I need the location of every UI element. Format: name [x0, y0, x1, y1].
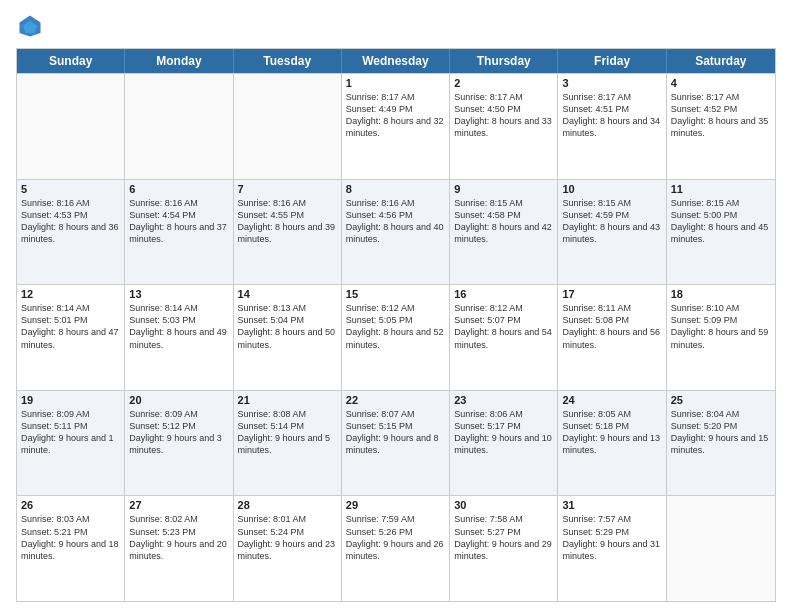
- cal-cell: [17, 74, 125, 179]
- logo: [16, 12, 48, 40]
- cell-info: Sunrise: 7:58 AM Sunset: 5:27 PM Dayligh…: [454, 513, 553, 562]
- day-number: 19: [21, 394, 120, 406]
- cal-cell: 16Sunrise: 8:12 AM Sunset: 5:07 PM Dayli…: [450, 285, 558, 390]
- day-number: 13: [129, 288, 228, 300]
- cell-info: Sunrise: 8:02 AM Sunset: 5:23 PM Dayligh…: [129, 513, 228, 562]
- cell-info: Sunrise: 8:14 AM Sunset: 5:03 PM Dayligh…: [129, 302, 228, 351]
- cal-cell: 20Sunrise: 8:09 AM Sunset: 5:12 PM Dayli…: [125, 391, 233, 496]
- day-number: 10: [562, 183, 661, 195]
- cell-info: Sunrise: 8:09 AM Sunset: 5:12 PM Dayligh…: [129, 408, 228, 457]
- cal-header-day: Wednesday: [342, 49, 450, 73]
- cell-info: Sunrise: 8:16 AM Sunset: 4:53 PM Dayligh…: [21, 197, 120, 246]
- day-number: 2: [454, 77, 553, 89]
- cell-info: Sunrise: 8:08 AM Sunset: 5:14 PM Dayligh…: [238, 408, 337, 457]
- day-number: 23: [454, 394, 553, 406]
- cell-info: Sunrise: 8:06 AM Sunset: 5:17 PM Dayligh…: [454, 408, 553, 457]
- day-number: 4: [671, 77, 771, 89]
- calendar-body: 1Sunrise: 8:17 AM Sunset: 4:49 PM Daylig…: [17, 73, 775, 601]
- calendar-header: SundayMondayTuesdayWednesdayThursdayFrid…: [17, 49, 775, 73]
- cell-info: Sunrise: 8:17 AM Sunset: 4:52 PM Dayligh…: [671, 91, 771, 140]
- day-number: 25: [671, 394, 771, 406]
- cal-cell: 28Sunrise: 8:01 AM Sunset: 5:24 PM Dayli…: [234, 496, 342, 601]
- cell-info: Sunrise: 8:17 AM Sunset: 4:49 PM Dayligh…: [346, 91, 445, 140]
- cell-info: Sunrise: 8:10 AM Sunset: 5:09 PM Dayligh…: [671, 302, 771, 351]
- cal-row: 12Sunrise: 8:14 AM Sunset: 5:01 PM Dayli…: [17, 284, 775, 390]
- logo-icon: [16, 12, 44, 40]
- cell-info: Sunrise: 8:04 AM Sunset: 5:20 PM Dayligh…: [671, 408, 771, 457]
- day-number: 5: [21, 183, 120, 195]
- cal-cell: 21Sunrise: 8:08 AM Sunset: 5:14 PM Dayli…: [234, 391, 342, 496]
- cal-row: 19Sunrise: 8:09 AM Sunset: 5:11 PM Dayli…: [17, 390, 775, 496]
- cal-cell: 23Sunrise: 8:06 AM Sunset: 5:17 PM Dayli…: [450, 391, 558, 496]
- day-number: 27: [129, 499, 228, 511]
- cal-cell: 9Sunrise: 8:15 AM Sunset: 4:58 PM Daylig…: [450, 180, 558, 285]
- cell-info: Sunrise: 7:57 AM Sunset: 5:29 PM Dayligh…: [562, 513, 661, 562]
- cal-cell: 18Sunrise: 8:10 AM Sunset: 5:09 PM Dayli…: [667, 285, 775, 390]
- day-number: 1: [346, 77, 445, 89]
- cal-cell: 2Sunrise: 8:17 AM Sunset: 4:50 PM Daylig…: [450, 74, 558, 179]
- cal-cell: 13Sunrise: 8:14 AM Sunset: 5:03 PM Dayli…: [125, 285, 233, 390]
- cal-header-day: Friday: [558, 49, 666, 73]
- cell-info: Sunrise: 8:17 AM Sunset: 4:50 PM Dayligh…: [454, 91, 553, 140]
- cal-row: 1Sunrise: 8:17 AM Sunset: 4:49 PM Daylig…: [17, 73, 775, 179]
- cal-header-day: Thursday: [450, 49, 558, 73]
- cal-cell: 7Sunrise: 8:16 AM Sunset: 4:55 PM Daylig…: [234, 180, 342, 285]
- cal-cell: 17Sunrise: 8:11 AM Sunset: 5:08 PM Dayli…: [558, 285, 666, 390]
- cal-row: 26Sunrise: 8:03 AM Sunset: 5:21 PM Dayli…: [17, 495, 775, 601]
- cal-cell: 1Sunrise: 8:17 AM Sunset: 4:49 PM Daylig…: [342, 74, 450, 179]
- cal-cell: 22Sunrise: 8:07 AM Sunset: 5:15 PM Dayli…: [342, 391, 450, 496]
- cell-info: Sunrise: 8:15 AM Sunset: 5:00 PM Dayligh…: [671, 197, 771, 246]
- cal-row: 5Sunrise: 8:16 AM Sunset: 4:53 PM Daylig…: [17, 179, 775, 285]
- cal-header-day: Tuesday: [234, 49, 342, 73]
- cal-cell: 10Sunrise: 8:15 AM Sunset: 4:59 PM Dayli…: [558, 180, 666, 285]
- cell-info: Sunrise: 7:59 AM Sunset: 5:26 PM Dayligh…: [346, 513, 445, 562]
- cal-cell: 31Sunrise: 7:57 AM Sunset: 5:29 PM Dayli…: [558, 496, 666, 601]
- cal-cell: 6Sunrise: 8:16 AM Sunset: 4:54 PM Daylig…: [125, 180, 233, 285]
- cell-info: Sunrise: 8:16 AM Sunset: 4:54 PM Dayligh…: [129, 197, 228, 246]
- day-number: 14: [238, 288, 337, 300]
- day-number: 30: [454, 499, 553, 511]
- cell-info: Sunrise: 8:16 AM Sunset: 4:56 PM Dayligh…: [346, 197, 445, 246]
- day-number: 21: [238, 394, 337, 406]
- cell-info: Sunrise: 8:14 AM Sunset: 5:01 PM Dayligh…: [21, 302, 120, 351]
- cal-cell: 24Sunrise: 8:05 AM Sunset: 5:18 PM Dayli…: [558, 391, 666, 496]
- cal-cell: 12Sunrise: 8:14 AM Sunset: 5:01 PM Dayli…: [17, 285, 125, 390]
- cal-cell: 19Sunrise: 8:09 AM Sunset: 5:11 PM Dayli…: [17, 391, 125, 496]
- cal-cell: 29Sunrise: 7:59 AM Sunset: 5:26 PM Dayli…: [342, 496, 450, 601]
- header: [16, 12, 776, 40]
- day-number: 16: [454, 288, 553, 300]
- calendar: SundayMondayTuesdayWednesdayThursdayFrid…: [16, 48, 776, 602]
- cell-info: Sunrise: 8:15 AM Sunset: 4:59 PM Dayligh…: [562, 197, 661, 246]
- day-number: 29: [346, 499, 445, 511]
- cal-cell: 27Sunrise: 8:02 AM Sunset: 5:23 PM Dayli…: [125, 496, 233, 601]
- page: SundayMondayTuesdayWednesdayThursdayFrid…: [0, 0, 792, 612]
- day-number: 11: [671, 183, 771, 195]
- cal-cell: 14Sunrise: 8:13 AM Sunset: 5:04 PM Dayli…: [234, 285, 342, 390]
- cal-cell: 5Sunrise: 8:16 AM Sunset: 4:53 PM Daylig…: [17, 180, 125, 285]
- day-number: 8: [346, 183, 445, 195]
- cell-info: Sunrise: 8:01 AM Sunset: 5:24 PM Dayligh…: [238, 513, 337, 562]
- cal-cell: [125, 74, 233, 179]
- cal-cell: 26Sunrise: 8:03 AM Sunset: 5:21 PM Dayli…: [17, 496, 125, 601]
- cell-info: Sunrise: 8:16 AM Sunset: 4:55 PM Dayligh…: [238, 197, 337, 246]
- cal-cell: 3Sunrise: 8:17 AM Sunset: 4:51 PM Daylig…: [558, 74, 666, 179]
- day-number: 24: [562, 394, 661, 406]
- cell-info: Sunrise: 8:15 AM Sunset: 4:58 PM Dayligh…: [454, 197, 553, 246]
- cell-info: Sunrise: 8:17 AM Sunset: 4:51 PM Dayligh…: [562, 91, 661, 140]
- day-number: 7: [238, 183, 337, 195]
- cal-cell: [234, 74, 342, 179]
- cal-cell: 25Sunrise: 8:04 AM Sunset: 5:20 PM Dayli…: [667, 391, 775, 496]
- cal-cell: 8Sunrise: 8:16 AM Sunset: 4:56 PM Daylig…: [342, 180, 450, 285]
- cell-info: Sunrise: 8:09 AM Sunset: 5:11 PM Dayligh…: [21, 408, 120, 457]
- day-number: 28: [238, 499, 337, 511]
- cal-header-day: Monday: [125, 49, 233, 73]
- cell-info: Sunrise: 8:12 AM Sunset: 5:07 PM Dayligh…: [454, 302, 553, 351]
- cell-info: Sunrise: 8:03 AM Sunset: 5:21 PM Dayligh…: [21, 513, 120, 562]
- day-number: 3: [562, 77, 661, 89]
- day-number: 9: [454, 183, 553, 195]
- cal-header-day: Sunday: [17, 49, 125, 73]
- cal-cell: 4Sunrise: 8:17 AM Sunset: 4:52 PM Daylig…: [667, 74, 775, 179]
- day-number: 15: [346, 288, 445, 300]
- cal-cell: [667, 496, 775, 601]
- cal-cell: 30Sunrise: 7:58 AM Sunset: 5:27 PM Dayli…: [450, 496, 558, 601]
